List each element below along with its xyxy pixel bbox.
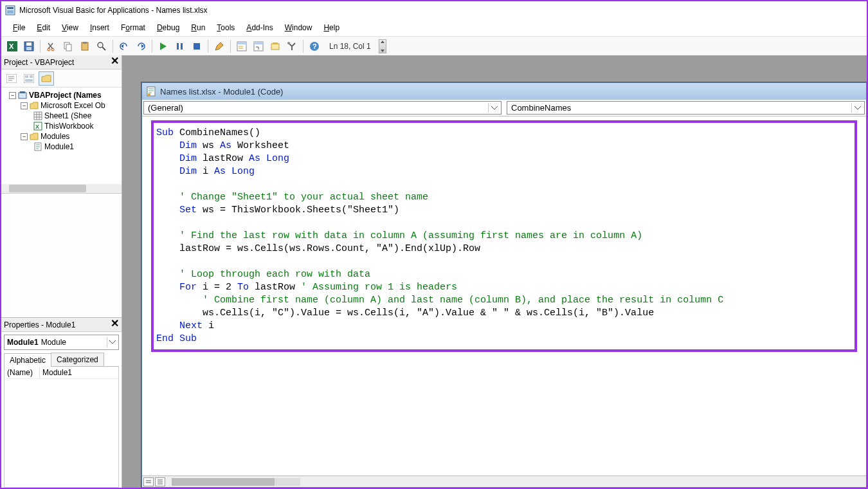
properties-panel-header: Properties - Module1 ✕ bbox=[1, 318, 122, 332]
svg-point-55 bbox=[148, 93, 150, 96]
tree-modules[interactable]: −Modules bbox=[3, 131, 120, 142]
titlebar: Microsoft Visual Basic for Applications … bbox=[1, 1, 867, 19]
property-value[interactable]: Module1 bbox=[40, 367, 75, 378]
project-tree[interactable]: −VBAProject (Names −Microsoft Excel Ob S… bbox=[1, 88, 122, 194]
run-icon[interactable] bbox=[156, 39, 170, 53]
svg-point-27 bbox=[287, 42, 290, 44]
menu-format[interactable]: Format bbox=[116, 22, 150, 33]
design-mode-icon[interactable] bbox=[212, 39, 226, 53]
mdi-area: Names list.xlsx - Module1 (Code) (Genera… bbox=[122, 55, 867, 488]
object-combo-value: (General) bbox=[148, 103, 183, 113]
menu-run[interactable]: Run bbox=[186, 22, 210, 33]
svg-rect-17 bbox=[181, 43, 183, 50]
svg-rect-36 bbox=[30, 75, 33, 78]
tree-root[interactable]: −VBAProject (Names bbox=[3, 90, 120, 100]
full-module-view-icon[interactable] bbox=[155, 477, 165, 486]
tree-module1[interactable]: Module1 bbox=[3, 142, 120, 152]
svg-rect-39 bbox=[20, 91, 25, 93]
tab-categorized[interactable]: Categorized bbox=[51, 353, 104, 366]
svg-rect-35 bbox=[25, 75, 28, 78]
svg-text:X: X bbox=[9, 42, 14, 50]
properties-window-icon[interactable] bbox=[251, 39, 266, 53]
property-name: (Name) bbox=[5, 367, 40, 378]
excel-icon[interactable]: X bbox=[5, 39, 19, 53]
svg-rect-1 bbox=[7, 7, 14, 9]
property-row[interactable]: (Name) Module1 bbox=[5, 367, 118, 379]
project-panel-title: Project - VBAProject bbox=[4, 58, 74, 67]
cut-icon[interactable] bbox=[44, 39, 59, 53]
menu-insert[interactable]: Insert bbox=[85, 22, 114, 33]
window-title: Microsoft Visual Basic for Applications … bbox=[19, 6, 208, 15]
svg-rect-13 bbox=[83, 42, 87, 44]
tree-thisworkbook[interactable]: XThisWorkbook bbox=[3, 121, 120, 131]
cursor-position-status: Ln 18, Col 1 bbox=[329, 42, 371, 51]
svg-rect-11 bbox=[66, 44, 71, 51]
code-window-titlebar[interactable]: Names list.xlsx - Module1 (Code) bbox=[142, 83, 866, 100]
code-editor[interactable]: Sub CombineNames() Dim ws As Worksheet D… bbox=[142, 116, 866, 475]
toolbox-icon[interactable] bbox=[285, 39, 299, 53]
menu-addins[interactable]: Add-Ins bbox=[241, 22, 278, 33]
toolbar-overflow[interactable] bbox=[379, 39, 386, 53]
tree-excel-objects[interactable]: −Microsoft Excel Ob bbox=[3, 100, 120, 111]
object-browser-icon[interactable] bbox=[268, 39, 282, 53]
copy-icon[interactable] bbox=[61, 39, 75, 53]
paste-icon[interactable] bbox=[78, 39, 92, 53]
properties-grid[interactable]: (Name) Module1 bbox=[4, 367, 119, 488]
module-icon bbox=[146, 86, 156, 97]
svg-rect-26 bbox=[273, 42, 278, 44]
help-icon[interactable]: ? bbox=[307, 39, 321, 53]
menu-window[interactable]: Window bbox=[280, 22, 318, 33]
procedure-view-icon[interactable] bbox=[143, 477, 154, 486]
procedure-combo[interactable]: CombineNames bbox=[507, 101, 865, 115]
menu-tools[interactable]: Tools bbox=[212, 22, 240, 33]
break-icon[interactable] bbox=[173, 39, 187, 53]
svg-rect-18 bbox=[194, 43, 200, 50]
project-panel-toolbar bbox=[1, 69, 122, 88]
svg-text:X: X bbox=[35, 124, 39, 130]
svg-point-14 bbox=[98, 42, 103, 48]
svg-rect-6 bbox=[26, 42, 32, 46]
toolbar: X ? Ln 18, Col 1 bbox=[1, 36, 867, 55]
toggle-folders-icon[interactable] bbox=[39, 71, 54, 86]
menu-help[interactable]: Help bbox=[318, 22, 345, 33]
vba-app-icon bbox=[5, 5, 15, 15]
chevron-down-icon bbox=[107, 337, 117, 347]
svg-rect-37 bbox=[25, 79, 33, 82]
tree-h-scrollbar[interactable] bbox=[1, 184, 122, 193]
properties-panel-title: Properties - Module1 bbox=[4, 320, 75, 329]
tree-sheet1[interactable]: Sheet1 (Shee bbox=[3, 111, 120, 121]
svg-rect-20 bbox=[237, 42, 246, 44]
menu-edit[interactable]: Edit bbox=[32, 22, 55, 33]
save-icon[interactable] bbox=[22, 39, 36, 53]
properties-panel-close-icon[interactable]: ✕ bbox=[109, 318, 120, 330]
find-icon[interactable] bbox=[95, 39, 109, 53]
object-combo[interactable]: (General) bbox=[143, 101, 502, 115]
menu-file[interactable]: File bbox=[8, 22, 30, 33]
menu-debug[interactable]: Debug bbox=[152, 22, 185, 33]
properties-tabs: Alphabetic Categorized bbox=[4, 353, 119, 367]
svg-rect-40 bbox=[34, 112, 42, 120]
svg-rect-2 bbox=[7, 10, 14, 14]
project-panel-close-icon[interactable]: ✕ bbox=[109, 56, 120, 68]
tab-alphabetic[interactable]: Alphabetic bbox=[4, 353, 51, 367]
view-object-icon[interactable] bbox=[21, 71, 37, 86]
menu-view[interactable]: View bbox=[57, 22, 84, 33]
code-window-title: Names list.xlsx - Module1 (Code) bbox=[160, 87, 283, 97]
reset-icon[interactable] bbox=[190, 39, 204, 53]
svg-line-15 bbox=[102, 47, 105, 50]
svg-rect-7 bbox=[26, 47, 32, 50]
properties-object-selector[interactable]: Module1Module bbox=[4, 335, 119, 350]
code-h-scrollbar[interactable] bbox=[172, 478, 300, 486]
undo-icon[interactable] bbox=[117, 39, 131, 53]
menubar: File Edit View Insert Format Debug Run T… bbox=[1, 19, 867, 36]
svg-rect-24 bbox=[254, 42, 263, 44]
project-panel-header: Project - VBAProject ✕ bbox=[1, 55, 122, 69]
redo-icon[interactable] bbox=[134, 39, 148, 53]
chevron-down-icon bbox=[851, 103, 863, 113]
svg-rect-38 bbox=[19, 93, 26, 98]
svg-rect-25 bbox=[271, 44, 279, 50]
project-explorer-icon[interactable] bbox=[235, 39, 249, 53]
procedure-combo-value: CombineNames bbox=[511, 103, 571, 113]
view-code-icon[interactable] bbox=[4, 71, 19, 86]
chevron-down-icon bbox=[488, 103, 500, 113]
